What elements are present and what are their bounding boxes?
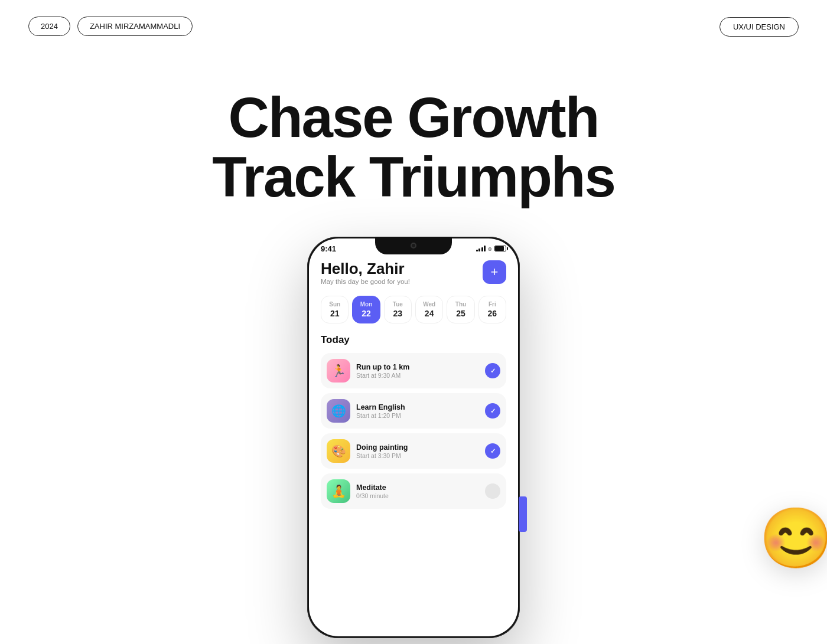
- today-label: Today: [321, 334, 506, 346]
- habit-item: 🏃 Run up to 1 km Start at 9:30 AM ✓: [321, 353, 506, 388]
- calendar-day-wed[interactable]: Wed 24: [415, 296, 443, 323]
- habit-info: Learn English Start at 1:20 PM: [356, 403, 479, 419]
- phone-screen: 9:41 ⌾: [309, 238, 518, 636]
- habit-item: 🧘 Meditate 0/30 minute: [321, 473, 506, 509]
- habit-info: Doing painting Start at 3:30 PM: [356, 443, 479, 459]
- habit-info: Meditate 0/30 minute: [356, 483, 479, 499]
- emoji-decoration: 😊: [759, 508, 827, 567]
- habit-icon: 🎨: [327, 439, 350, 463]
- habit-icon: 🧘: [327, 479, 350, 503]
- year-pill: 2024: [28, 17, 70, 36]
- header-left: 2024 ZAHIR MIRZAMAMMADLI: [28, 17, 193, 36]
- author-pill: ZAHIR MIRZAMAMMADLI: [77, 17, 193, 36]
- habits-list: 🏃 Run up to 1 km Start at 9:30 AM ✓ 🌐 Le…: [321, 353, 506, 509]
- greeting-block: Hello, Zahir May this day be good for yo…: [321, 260, 410, 286]
- calendar-day-mon[interactable]: Mon 22: [352, 296, 380, 323]
- calendar-day-thu[interactable]: Thu 25: [447, 296, 474, 323]
- habit-item: 🌐 Learn English Start at 1:20 PM ✓: [321, 393, 506, 429]
- camera-dot: [411, 243, 416, 249]
- habit-info: Run up to 1 km Start at 9:30 AM: [356, 363, 479, 379]
- habit-check-button[interactable]: [485, 483, 500, 499]
- habit-name: Meditate: [356, 483, 479, 492]
- habit-name: Doing painting: [356, 443, 479, 452]
- hero-section: Chase Growth Track Triumphs: [0, 53, 827, 237]
- status-icons: ⌾: [476, 245, 507, 252]
- blue-tab: [519, 496, 527, 532]
- habit-icon: 🌐: [327, 399, 350, 423]
- page-header: 2024 ZAHIR MIRZAMAMMADLI UX/UI DESIGN: [0, 0, 827, 53]
- phone-notch: [375, 237, 452, 254]
- add-habit-button[interactable]: +: [483, 260, 506, 284]
- category-pill: UX/UI DESIGN: [719, 17, 799, 37]
- app-header: Hello, Zahir May this day be good for yo…: [321, 260, 506, 286]
- habit-check-button[interactable]: ✓: [485, 403, 500, 419]
- habit-time: 0/30 minute: [356, 492, 479, 499]
- habit-check-button[interactable]: ✓: [485, 363, 500, 378]
- habit-name: Run up to 1 km: [356, 363, 479, 371]
- calendar-day-tue[interactable]: Tue 23: [384, 296, 412, 323]
- app-content: Hello, Zahir May this day be good for yo…: [309, 256, 518, 509]
- habit-time: Start at 9:30 AM: [356, 372, 479, 379]
- habit-name: Learn English: [356, 403, 479, 411]
- calendar-row: Sun 21 Mon 22 Tue 23 Wed 24 Thu 25 Fri 2…: [321, 296, 506, 323]
- habit-time: Start at 3:30 PM: [356, 452, 479, 459]
- battery-icon: [494, 246, 506, 251]
- phone-frame: 9:41 ⌾: [307, 237, 520, 638]
- signal-icon: [476, 246, 486, 251]
- habit-item: 🎨 Doing painting Start at 3:30 PM ✓: [321, 433, 506, 469]
- phone-area: 9:41 ⌾: [0, 237, 827, 638]
- calendar-day-fri[interactable]: Fri 26: [478, 296, 506, 323]
- habit-time: Start at 1:20 PM: [356, 412, 479, 419]
- greeting-sub: May this day be good for you!: [321, 278, 410, 285]
- wifi-icon: ⌾: [488, 245, 492, 252]
- greeting-name: Hello, Zahir: [321, 260, 410, 277]
- header-right: UX/UI DESIGN: [719, 21, 799, 32]
- habit-icon: 🏃: [327, 359, 350, 383]
- status-time: 9:41: [321, 244, 336, 253]
- habit-check-button[interactable]: ✓: [485, 443, 500, 459]
- calendar-day-sun[interactable]: Sun 21: [321, 296, 349, 323]
- hero-title: Chase Growth Track Triumphs: [0, 88, 827, 207]
